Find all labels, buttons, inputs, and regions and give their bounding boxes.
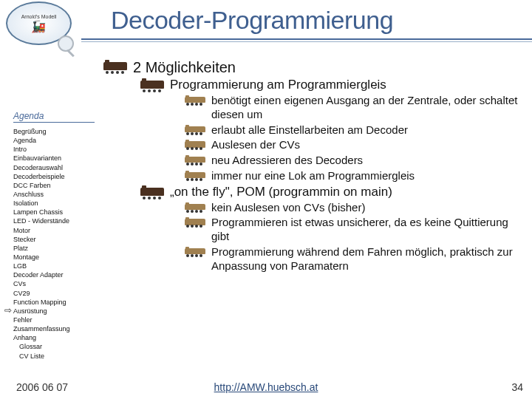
agenda-item: Ausrüstung	[13, 307, 95, 316]
agenda-list: BegrüßungAgendaIntroEinbauvariantenDecod…	[13, 127, 95, 361]
agenda-item: CV29	[13, 289, 95, 298]
agenda-item: Stecker	[13, 235, 95, 244]
agenda-item: Intro	[13, 145, 95, 154]
agenda-item: Agenda	[13, 136, 95, 145]
bullet-text: erlaubt alle Einstellarbeiten am Decoder	[211, 123, 408, 137]
bullet-level3: immer nur eine Lok am Programmiergleis	[185, 169, 525, 183]
agenda-item: Isolation	[13, 199, 95, 208]
footer-date: 2006 06 07	[16, 381, 68, 393]
heading-level2: „on the fly", POM (programmin on main)	[170, 185, 392, 200]
agenda-item: Anhang	[13, 333, 95, 342]
locomotive-icon	[185, 126, 205, 135]
bullet-text: Auslesen der CVs	[211, 138, 300, 152]
agenda-item: Anschluss	[13, 190, 95, 199]
locomotive-icon	[103, 62, 127, 74]
agenda-header: Agenda	[13, 111, 95, 123]
agenda-item: Lampen Chassis	[13, 208, 95, 216]
footer-url: http://AMW.huebsch.at	[214, 381, 318, 393]
bullet-text: Programmierung während dem Fahren möglic…	[211, 245, 525, 273]
locomotive-icon	[185, 204, 205, 213]
agenda-item: Motor	[13, 226, 95, 235]
bullet-level3: neu Adressieren des Decoders	[185, 154, 525, 168]
bullet-text: neu Adressieren des Decoders	[211, 154, 363, 168]
agenda-item: Platz	[13, 244, 95, 253]
agenda-item: Function Mapping	[13, 298, 95, 307]
bullet-text: kein Auslesen von CVs (bisher)	[211, 201, 365, 215]
footer-page: 34	[511, 381, 523, 393]
heading-level1: 2 Möglichkeiten	[133, 59, 236, 76]
agenda-item: Montage	[13, 253, 95, 262]
agenda-item: Begrüßung	[13, 127, 95, 136]
magnifier-icon	[58, 35, 80, 58]
locomotive-icon	[185, 172, 205, 181]
locomotive-icon	[185, 157, 205, 166]
logo-text: Arnold's Modell	[21, 14, 57, 19]
agenda-item: Decoder Adapter	[13, 270, 95, 279]
locomotive-icon	[140, 188, 164, 200]
bullet-level3: Auslesen der CVs	[185, 138, 525, 152]
bullet-level3: kein Auslesen von CVs (bisher)	[185, 201, 525, 215]
title-underline	[81, 41, 532, 42]
locomotive-icon	[185, 97, 205, 106]
bullet-level3: Programmieren ist etwas unsicherer, da e…	[185, 216, 525, 244]
agenda-item: LGB	[13, 262, 95, 270]
agenda-item: Fehler	[13, 316, 95, 324]
locomotive-icon	[185, 141, 205, 150]
agenda-sidebar: Agenda BegrüßungAgendaIntroEinbauvariant…	[13, 111, 95, 361]
agenda-item: Zusammenfassung	[13, 324, 95, 333]
locomotive-icon	[140, 81, 164, 92]
bullet-level3: erlaubt alle Einstellarbeiten am Decoder	[185, 123, 525, 137]
agenda-item: Decoderbeispiele	[13, 172, 95, 181]
footer: 2006 06 07 http://AMW.huebsch.at 34	[0, 381, 532, 393]
title-underline	[81, 38, 532, 40]
agenda-item: CV Liste	[13, 352, 95, 361]
agenda-item: Decoderauswahl	[13, 163, 95, 172]
agenda-item: Einbauvarianten	[13, 154, 95, 163]
bullet-level3: benötigt einen eigenen Ausgang an der Ze…	[185, 94, 525, 122]
agenda-item: Glossar	[13, 342, 95, 351]
bullet-level3: Programmierung während dem Fahren möglic…	[185, 245, 525, 273]
agenda-item: CVs	[13, 279, 95, 288]
bullet-text: benötigt einen eigenen Ausgang an der Ze…	[211, 94, 525, 122]
bullet-text: immer nur eine Lok am Programmiergleis	[211, 169, 415, 183]
main-content: 2 Möglichkeiten Programmierung am Progra…	[103, 59, 525, 274]
locomotive-icon	[185, 248, 205, 257]
locomotive-icon	[185, 219, 205, 228]
current-arrow-icon: ⇨	[4, 305, 12, 316]
page-title: Decoder-Programmierung	[111, 6, 393, 35]
bullet-text: Programmieren ist etwas unsicherer, da e…	[211, 216, 525, 244]
agenda-item: LED - Widerstände	[13, 216, 95, 225]
heading-level2: Programmierung am Programmiergleis	[170, 78, 386, 92]
train-icon: 🚂	[21, 19, 57, 33]
agenda-item: DCC Farben	[13, 181, 95, 190]
